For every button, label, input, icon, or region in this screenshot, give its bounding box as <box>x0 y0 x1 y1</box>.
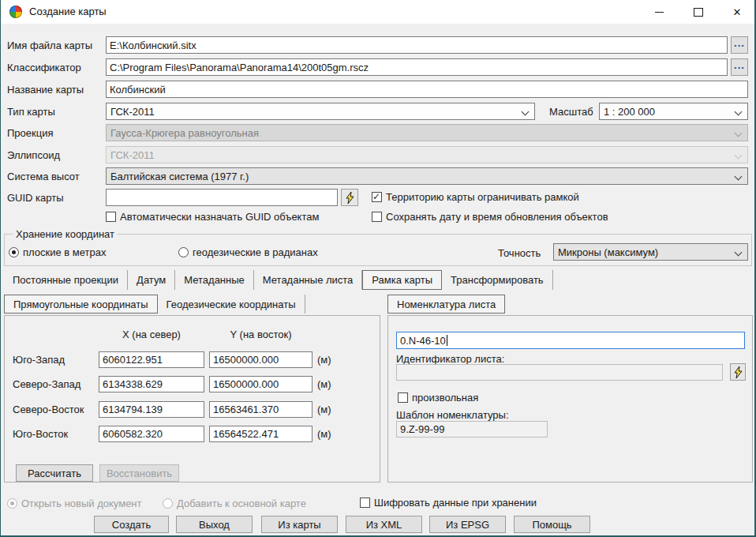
checkbox-icon <box>360 498 370 508</box>
map-creation-dialog: Создание карты ✕ Имя файла карты Классиф… <box>0 0 756 537</box>
col-x-header: X (на север) <box>99 329 204 340</box>
checkbox-icon <box>398 392 408 403</box>
scale-label: Масштаб <box>549 106 593 118</box>
ne-label: Северо-Восток <box>13 404 84 415</box>
precision-select[interactable]: Микроны (максимум) <box>553 243 748 261</box>
encrypt-checkbox[interactable]: Шифровать данные при хранении <box>360 496 537 509</box>
tab-rectangular-coords[interactable]: Прямоугольные координаты <box>4 295 158 314</box>
open-new-document-label: Открыть новый документ <box>21 498 142 509</box>
arbitrary-checkbox[interactable]: произвольная <box>398 391 478 404</box>
tab-transform[interactable]: Трансформировать <box>442 270 553 290</box>
maximize-button[interactable] <box>681 0 716 24</box>
from-xml-button[interactable]: Из XML <box>346 516 422 533</box>
tab-metadata[interactable]: Метаданные <box>175 270 254 290</box>
encrypt-label: Шифровать данные при хранении <box>374 497 537 509</box>
guid-input[interactable] <box>106 189 338 206</box>
file-name-label: Имя файла карты <box>7 39 92 51</box>
se-x-input[interactable] <box>99 426 204 442</box>
ne-x-input[interactable] <box>99 401 204 418</box>
map-type-select[interactable]: ГСК-2011 <box>106 103 535 120</box>
template-label: Шаблон номенклатуры: <box>396 409 509 421</box>
close-button[interactable]: ✕ <box>720 0 754 24</box>
flat-meters-radio[interactable]: плоские в метрах <box>9 246 106 258</box>
sw-x-input[interactable] <box>99 351 204 368</box>
map-name-input[interactable] <box>106 81 748 98</box>
titlebar: Создание карты ✕ <box>1 0 754 24</box>
checkbox-icon <box>106 212 116 222</box>
radio-icon <box>7 498 17 509</box>
height-system-value: Балтийская система (1977 г.) <box>110 171 249 182</box>
template-input: 9.Z-99-99 <box>396 421 548 437</box>
lightning-icon <box>346 192 354 204</box>
nomenclature-input[interactable]: 0.N-46-10 <box>396 332 745 349</box>
tab-map-frame[interactable]: Рамка карты <box>362 270 442 290</box>
calculate-button[interactable]: Рассчитать <box>16 464 93 482</box>
generate-guid-button[interactable] <box>341 189 358 206</box>
map-name-label: Название карты <box>7 84 84 96</box>
se-label: Юго-Восток <box>13 428 68 440</box>
ellipsoid-value: ГСК-2011 <box>110 149 155 161</box>
radio-icon <box>163 498 173 509</box>
guid-label: GUID карты <box>7 192 64 204</box>
height-system-select[interactable]: Балтийская система (1977 г.) <box>106 167 748 185</box>
precision-label: Точность <box>498 247 541 259</box>
geodesic-radians-radio[interactable]: геодезические в радианах <box>178 246 318 258</box>
create-button[interactable]: Создать <box>94 516 169 533</box>
geodesic-radians-label: геодезические в радианах <box>193 246 318 258</box>
tab-permanent-projections[interactable]: Постоянные проекции <box>4 270 128 290</box>
save-datetime-checkbox[interactable]: Сохранять дату и время обновления объект… <box>372 210 608 223</box>
nw-y-input[interactable] <box>209 376 313 392</box>
nw-x-input[interactable] <box>99 376 204 392</box>
projection-label: Проекция <box>7 127 53 139</box>
sheet-id-label: Идентификатор листа: <box>396 353 504 365</box>
restore-button: Восстановить <box>99 464 179 482</box>
add-to-main-map-label: Добавить к основной карте <box>177 498 306 509</box>
radio-icon <box>9 247 19 257</box>
exit-button[interactable]: Выход <box>176 516 253 533</box>
tab-datum[interactable]: Датум <box>128 270 175 290</box>
classifier-label: Классификатор <box>7 62 81 73</box>
help-button[interactable]: Помощь <box>514 516 590 533</box>
auto-guid-checkbox[interactable]: Автоматически назначать GUID объектам <box>106 210 319 223</box>
tab-geodesic-coords[interactable]: Геодезические координаты <box>158 295 305 314</box>
minimize-button[interactable] <box>642 0 676 24</box>
template-value: 9.Z-99-99 <box>400 423 444 435</box>
ellipsoid-select: ГСК-2011 <box>106 146 748 163</box>
sw-y-input[interactable] <box>209 351 313 368</box>
se-unit: (м) <box>317 428 331 440</box>
flat-meters-label: плоские в метрах <box>23 246 106 258</box>
classifier-input[interactable] <box>106 58 728 76</box>
from-epsg-button[interactable]: Из EPSG <box>429 516 506 533</box>
file-name-input[interactable] <box>106 36 728 54</box>
tab-sheet-nomenclature[interactable]: Номенклатура листа <box>387 295 505 314</box>
tab-sheet-metadata[interactable]: Метаданные листа <box>254 270 363 290</box>
maximize-icon <box>694 8 703 17</box>
limit-frame-label: Территорию карты ограничивать рамкой <box>386 191 579 203</box>
save-datetime-label: Сохранять дату и время обновления объект… <box>386 211 608 223</box>
se-y-input[interactable] <box>209 426 313 442</box>
minimize-icon <box>655 12 664 13</box>
scale-value: 1 : 200 000 <box>604 106 655 118</box>
chevron-down-icon <box>735 108 743 116</box>
precision-value: Микроны (максимум) <box>558 246 658 258</box>
checkbox-icon <box>372 192 382 202</box>
main-tabs: Постоянные проекции Датум Метаданные Мет… <box>4 270 553 290</box>
projection-value: Гаусса-Крюгера равноугольная <box>110 127 259 139</box>
sw-unit: (м) <box>317 354 331 366</box>
coord-storage-legend: Хранение координат <box>13 228 118 240</box>
generate-sheet-id-button[interactable] <box>730 363 746 381</box>
ne-y-input[interactable] <box>209 401 313 418</box>
arbitrary-label: произвольная <box>412 392 478 404</box>
checkbox-icon <box>372 212 382 222</box>
from-map-button[interactable]: Из карты <box>261 516 338 533</box>
map-type-label: Тип карты <box>7 106 55 118</box>
height-system-label: Система высот <box>7 171 80 182</box>
nw-label: Северо-Запад <box>13 378 80 390</box>
limit-frame-checkbox[interactable]: Территорию карты ограничивать рамкой <box>372 190 579 203</box>
radio-icon <box>178 247 189 257</box>
file-browse-button[interactable]: ... <box>731 36 748 54</box>
rect-coords-panel: X (на север) Y (на восток) Юго-Запад (м)… <box>4 315 380 483</box>
scale-select[interactable]: 1 : 200 000 <box>599 103 748 120</box>
classifier-browse-button[interactable]: ... <box>731 58 748 76</box>
coords-tabs: Прямоугольные координаты Геодезические к… <box>4 295 305 314</box>
